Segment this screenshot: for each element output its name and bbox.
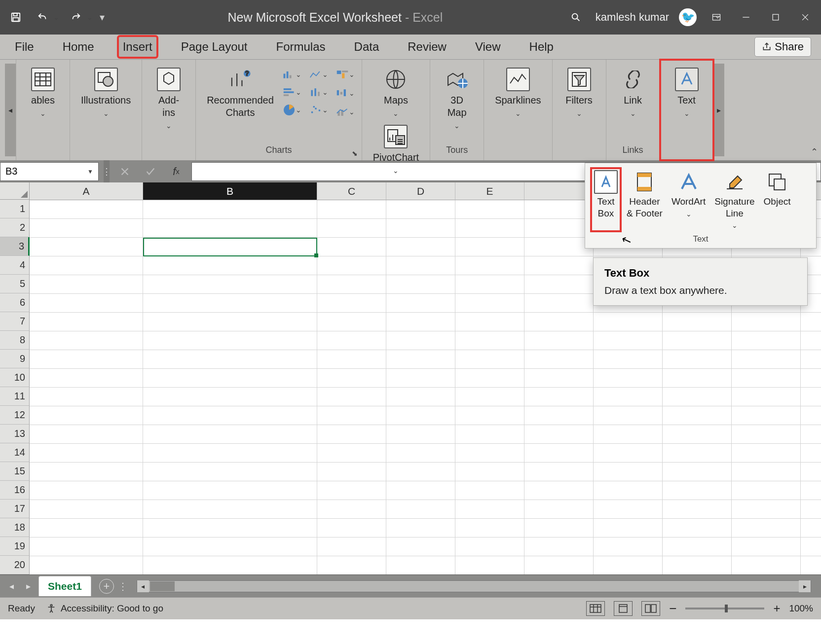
cell[interactable] bbox=[801, 556, 821, 575]
row-header[interactable]: 6 bbox=[0, 293, 30, 312]
line-chart-icon[interactable]: ⌄ bbox=[309, 68, 328, 81]
cell[interactable] bbox=[317, 350, 386, 369]
sheet-nav-next[interactable]: ▸ bbox=[22, 580, 35, 593]
cell[interactable] bbox=[317, 331, 386, 350]
cell[interactable] bbox=[801, 313, 821, 331]
cell[interactable] bbox=[455, 238, 524, 256]
cell[interactable] bbox=[524, 406, 594, 425]
save-icon[interactable] bbox=[6, 7, 26, 27]
cell[interactable] bbox=[455, 556, 524, 575]
zoom-level[interactable]: 100% bbox=[789, 603, 813, 614]
tab-page-layout[interactable]: Page Layout bbox=[176, 36, 253, 58]
cell[interactable] bbox=[455, 425, 524, 444]
row-header[interactable]: 20 bbox=[0, 556, 30, 574]
cell[interactable] bbox=[524, 425, 594, 444]
cell[interactable] bbox=[455, 444, 524, 463]
sheet-tab-sheet1[interactable]: Sheet1 bbox=[38, 576, 91, 596]
cell[interactable] bbox=[801, 444, 821, 463]
column-header[interactable]: D bbox=[386, 182, 455, 200]
row-header[interactable]: 1 bbox=[0, 200, 30, 218]
cell[interactable] bbox=[30, 275, 143, 294]
cell[interactable] bbox=[524, 388, 594, 406]
cell[interactable] bbox=[455, 313, 524, 331]
cell[interactable] bbox=[386, 444, 455, 463]
cell[interactable] bbox=[317, 238, 386, 256]
cell[interactable] bbox=[801, 519, 821, 537]
cell[interactable] bbox=[732, 406, 801, 425]
view-normal-icon[interactable] bbox=[586, 601, 605, 616]
row-header[interactable]: 2 bbox=[0, 218, 30, 237]
cell[interactable] bbox=[143, 481, 317, 500]
cell[interactable] bbox=[143, 294, 317, 313]
select-all-corner[interactable] bbox=[0, 182, 30, 200]
cell[interactable] bbox=[524, 313, 594, 331]
cell[interactable] bbox=[317, 275, 386, 294]
cell[interactable] bbox=[317, 481, 386, 500]
cell[interactable] bbox=[143, 200, 317, 219]
cell[interactable] bbox=[524, 500, 594, 519]
cell[interactable] bbox=[317, 519, 386, 537]
recommended-charts-button[interactable]: ? Recommended Charts bbox=[203, 65, 278, 122]
row-header[interactable]: 18 bbox=[0, 518, 30, 537]
cell[interactable] bbox=[663, 500, 732, 519]
cell[interactable] bbox=[143, 256, 317, 275]
cell[interactable] bbox=[317, 406, 386, 425]
cell[interactable] bbox=[801, 406, 821, 425]
row-header[interactable]: 12 bbox=[0, 406, 30, 425]
cell[interactable] bbox=[386, 463, 455, 481]
hierarchy-chart-icon[interactable]: ⌄ bbox=[336, 68, 355, 81]
illustrations-button[interactable]: Illustrations⌄ bbox=[77, 65, 135, 122]
cell[interactable] bbox=[524, 463, 594, 481]
cell[interactable] bbox=[30, 556, 143, 575]
cell[interactable] bbox=[30, 294, 143, 313]
chevron-down-icon[interactable]: ⌄ bbox=[53, 13, 59, 21]
cell[interactable] bbox=[455, 537, 524, 556]
row-header[interactable]: 15 bbox=[0, 462, 30, 481]
name-box[interactable]: B3▼ bbox=[0, 162, 99, 181]
cell[interactable] bbox=[801, 331, 821, 350]
cell[interactable] bbox=[594, 406, 663, 425]
ribbon-mode-icon[interactable] bbox=[707, 7, 726, 27]
cell[interactable] bbox=[732, 350, 801, 369]
cell[interactable] bbox=[30, 519, 143, 537]
cell[interactable] bbox=[386, 238, 455, 256]
cell[interactable] bbox=[732, 556, 801, 575]
column-chart-icon[interactable]: ⌄ bbox=[283, 68, 301, 81]
row-header[interactable]: 5 bbox=[0, 275, 30, 293]
cell[interactable] bbox=[663, 425, 732, 444]
row-header[interactable]: 7 bbox=[0, 312, 30, 331]
cell[interactable] bbox=[594, 388, 663, 406]
row-header[interactable]: 9 bbox=[0, 350, 30, 368]
sheet-nav-prev[interactable]: ◂ bbox=[5, 580, 18, 593]
cell[interactable] bbox=[386, 556, 455, 575]
formula-bar-separator[interactable]: ⋮ bbox=[104, 160, 110, 182]
ribbon-scroll-right[interactable]: ▸ bbox=[713, 64, 724, 156]
cell[interactable] bbox=[594, 519, 663, 537]
column-header[interactable]: E bbox=[455, 182, 524, 200]
cell[interactable] bbox=[524, 294, 594, 313]
cell[interactable] bbox=[317, 500, 386, 519]
waterfall-chart-icon[interactable]: ⌄ bbox=[336, 86, 355, 100]
wordart-button[interactable]: WordArt⌄ bbox=[669, 168, 709, 231]
cell[interactable] bbox=[317, 313, 386, 331]
cell[interactable] bbox=[30, 463, 143, 481]
cell[interactable] bbox=[143, 537, 317, 556]
text-box-button[interactable]: Text Box bbox=[591, 168, 621, 231]
cell[interactable] bbox=[317, 369, 386, 388]
cell[interactable] bbox=[143, 313, 317, 331]
cell[interactable] bbox=[663, 519, 732, 537]
view-page-layout-icon[interactable] bbox=[614, 601, 633, 616]
fx-icon[interactable]: fx bbox=[166, 162, 187, 181]
cell[interactable] bbox=[594, 463, 663, 481]
cell[interactable] bbox=[317, 219, 386, 238]
cell[interactable] bbox=[524, 556, 594, 575]
cell[interactable] bbox=[30, 256, 143, 275]
cell[interactable] bbox=[30, 481, 143, 500]
cell[interactable] bbox=[30, 200, 143, 219]
cell[interactable] bbox=[801, 481, 821, 500]
cell[interactable] bbox=[317, 200, 386, 219]
filters-button[interactable]: Filters⌄ bbox=[560, 65, 599, 122]
tab-help[interactable]: Help bbox=[524, 36, 559, 58]
tab-view[interactable]: View bbox=[470, 36, 506, 58]
pie-chart-icon[interactable]: ⌄ bbox=[283, 103, 301, 117]
